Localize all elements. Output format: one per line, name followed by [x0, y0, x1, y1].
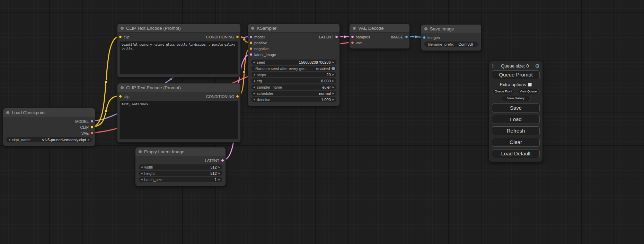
node-load-checkpoint[interactable]: Load Checkpoint MODEL CLIP VAE ◀ ckpt_na…	[3, 108, 95, 146]
node-title: Load Checkpoint	[12, 110, 46, 115]
input-slot-negative[interactable]	[249, 47, 253, 50]
node-title-bar[interactable]: Load Checkpoint	[3, 108, 95, 117]
wire-midpoint-dot	[343, 35, 346, 38]
input-label: vae	[356, 41, 362, 45]
collapse-dot-icon[interactable]	[121, 27, 124, 30]
collapse-dot-icon[interactable]	[121, 86, 124, 89]
increment-icon[interactable]: ▶	[219, 177, 220, 182]
output-slot-vae[interactable]	[90, 132, 94, 135]
node-clip-text-encode-positive[interactable]: CLIP Text Encode (Prompt) clip CONDITION…	[117, 24, 241, 78]
input-slot-samples[interactable]	[351, 35, 354, 38]
input-slot-clip[interactable]	[119, 35, 122, 38]
combo-next-icon[interactable]: ▶	[88, 137, 90, 142]
wire-midpoint-dot	[414, 35, 417, 38]
node-title-bar[interactable]: Empty Latent Image	[135, 147, 226, 156]
node-clip-text-encode-negative[interactable]: CLIP Text Encode (Prompt) clip CONDITION…	[117, 83, 241, 143]
clear-button[interactable]: Clear	[492, 138, 540, 147]
combo-next-icon[interactable]: ▶	[333, 91, 334, 96]
input-slot-images[interactable]	[423, 36, 426, 39]
decrement-icon[interactable]: ◀	[253, 97, 255, 102]
prompt-textarea[interactable]: beautiful scenery nature glass bottle la…	[120, 41, 238, 74]
refresh-button[interactable]: Refresh	[492, 126, 540, 135]
widget-ckpt-name[interactable]: ◀ ckpt_name v1-5-pruned-emaonly.ckpt ▶	[6, 137, 92, 142]
slot-row: vae	[350, 40, 409, 46]
input-label: images	[427, 36, 440, 40]
save-button[interactable]: Save	[492, 103, 540, 112]
widget-steps[interactable]: ◀ steps 20 ▶	[251, 72, 336, 77]
view-queue-button[interactable]: View Queue	[517, 89, 540, 94]
node-save-image[interactable]: Save Image images filename_prefix ComfyU…	[421, 24, 482, 51]
decrement-icon[interactable]: ◀	[141, 164, 142, 170]
node-title-bar[interactable]: VAE Decode	[350, 24, 409, 33]
load-default-button[interactable]: Load Default	[492, 149, 540, 158]
queue-front-button[interactable]: Queue Front	[492, 89, 515, 94]
widget-label: width	[144, 165, 153, 169]
combo-prev-icon[interactable]: ◀	[253, 91, 255, 96]
combo-prev-icon[interactable]: ◀	[8, 137, 10, 142]
node-title-bar[interactable]: CLIP Text Encode (Prompt)	[117, 83, 240, 92]
node-title-bar[interactable]: Save Image	[421, 25, 481, 33]
node-vae-decode[interactable]: VAE Decode samples IMAGE vae	[349, 24, 410, 49]
decrement-icon[interactable]: ◀	[253, 78, 255, 83]
input-slot-positive[interactable]	[249, 41, 253, 44]
node-title: VAE Decode	[358, 26, 383, 31]
collapse-dot-icon[interactable]	[353, 27, 356, 30]
collapse-dot-icon[interactable]	[6, 111, 9, 114]
widget-scheduler[interactable]: ◀ scheduler normal ▶	[251, 91, 336, 96]
increment-icon[interactable]: ▶	[333, 60, 334, 65]
widget-denoise[interactable]: ◀ denoise 1.000 ▶	[251, 97, 336, 102]
output-slot-model[interactable]	[90, 120, 94, 123]
output-row-latent: LATENT	[135, 157, 226, 163]
decrement-icon[interactable]: ◀	[253, 72, 255, 77]
increment-icon[interactable]: ▶	[219, 164, 220, 170]
node-empty-latent-image[interactable]: Empty Latent Image LATENT ◀ width 512 ▶ …	[135, 147, 226, 186]
input-slot-latent-image[interactable]	[249, 53, 253, 56]
decrement-icon[interactable]: ◀	[141, 171, 142, 176]
increment-icon[interactable]: ▶	[333, 78, 334, 83]
widget-filename-prefix[interactable]: filename_prefix ComfyUI	[424, 42, 478, 47]
collapse-dot-icon[interactable]	[251, 27, 254, 30]
widget-seed[interactable]: ◀ seed 156680208700286 ▶	[251, 60, 336, 65]
widget-cfg[interactable]: ◀ cfg 8.000 ▶	[251, 78, 336, 83]
output-slot-image[interactable]	[405, 35, 408, 38]
node-title-bar[interactable]: CLIP Text Encode (Prompt)	[117, 24, 240, 33]
output-slot-clip[interactable]	[90, 126, 94, 129]
widget-width[interactable]: ◀ width 512 ▶	[139, 164, 222, 170]
widget-random-seed-toggle[interactable]: Random seed after every gen enabled	[251, 66, 336, 71]
settings-gear-icon[interactable]: ⚙	[535, 63, 540, 69]
input-slot-clip[interactable]	[119, 95, 122, 98]
increment-icon[interactable]: ▶	[333, 97, 334, 102]
combo-prev-icon[interactable]: ◀	[253, 84, 255, 90]
input-slot-model[interactable]	[249, 35, 253, 38]
input-slot-vae[interactable]	[351, 41, 354, 44]
decrement-icon[interactable]: ◀	[141, 177, 142, 182]
output-slot-conditioning[interactable]	[236, 95, 239, 98]
decrement-icon[interactable]: ◀	[253, 60, 255, 65]
prompt-textarea[interactable]: text, watermark	[120, 101, 238, 139]
output-slot-latent[interactable]	[221, 159, 224, 162]
node-title-bar[interactable]: KSampler	[248, 24, 339, 33]
extra-options-checkbox[interactable]	[528, 83, 532, 87]
load-button[interactable]: Load	[492, 115, 540, 124]
widget-batch-size[interactable]: ◀ batch_size 1 ▶	[139, 177, 222, 182]
toggle-knob[interactable]	[332, 67, 335, 70]
increment-icon[interactable]: ▶	[219, 171, 220, 176]
output-slot-conditioning[interactable]	[236, 35, 239, 38]
widget-label: filename_prefix	[428, 42, 454, 46]
output-slot-latent[interactable]	[335, 35, 338, 38]
queue-prompt-button[interactable]: Queue Prompt	[492, 70, 540, 79]
view-history-button[interactable]: View History	[501, 96, 531, 101]
wire-midpoint-dot	[105, 110, 107, 112]
collapse-dot-icon[interactable]	[424, 27, 427, 30]
widget-label: sampler_name	[257, 85, 282, 89]
increment-icon[interactable]: ▶	[333, 72, 334, 77]
combo-next-icon[interactable]: ▶	[333, 84, 334, 90]
collapse-dot-icon[interactable]	[139, 150, 142, 153]
widget-value: enabled	[316, 66, 330, 71]
widget-sampler-name[interactable]: ◀ sampler_name euler ▶	[251, 84, 336, 90]
node-ksampler[interactable]: KSampler model LATENT positive negative …	[248, 24, 340, 106]
widget-height[interactable]: ◀ height 512 ▶	[139, 171, 222, 176]
drag-handle-icon[interactable]: ⣿	[492, 64, 495, 68]
node-graph-canvas[interactable]: Load Checkpoint MODEL CLIP VAE ◀ ckpt_na…	[0, 0, 644, 244]
slot-row: images	[421, 35, 481, 40]
